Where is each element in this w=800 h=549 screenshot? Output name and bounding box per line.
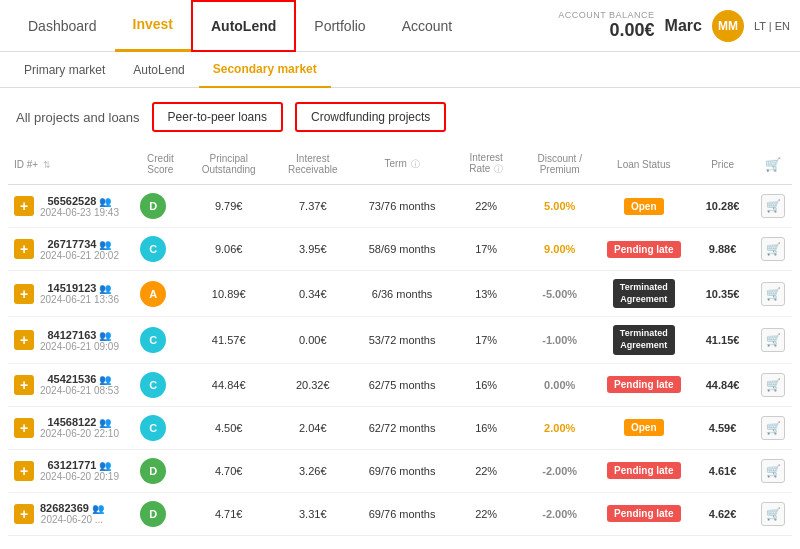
plus-button[interactable]: + xyxy=(14,284,34,304)
balance-label: ACCOUNT BALANCE xyxy=(558,10,654,20)
discount: 9.00% xyxy=(523,228,597,271)
status-badge: TerminatedAgreement xyxy=(613,325,675,354)
interest-rate: 16% xyxy=(449,363,523,406)
cart-button[interactable]: 🛒 xyxy=(761,237,785,261)
col-header-principal: PrincipalOutstanding xyxy=(187,146,271,185)
cart-button[interactable]: 🛒 xyxy=(761,373,785,397)
interest-receivable: 0.34€ xyxy=(271,271,355,317)
col-header-status: Loan Status xyxy=(596,146,691,185)
account-balance: ACCOUNT BALANCE 0.00€ xyxy=(558,10,654,41)
discount: -5.00% xyxy=(523,271,597,317)
loan-id: 82682369 👥 xyxy=(40,502,104,514)
nav-item-account[interactable]: Account xyxy=(384,0,471,52)
principal: 9.06€ xyxy=(187,228,271,271)
credit-badge: C xyxy=(140,372,166,398)
table-row: + 84127163 👥 2024-06-21 09:09 C 41.57€ 0… xyxy=(8,317,792,363)
status-badge: Open xyxy=(624,198,664,215)
loan-id: 84127163 👥 xyxy=(40,329,119,341)
credit-badge: C xyxy=(140,236,166,262)
info-icon-term: ⓘ xyxy=(411,159,420,169)
filter-row: All projects and loans Peer-to-peer loan… xyxy=(0,88,800,146)
status-badge: Pending late xyxy=(607,376,680,393)
cart-button[interactable]: 🛒 xyxy=(761,328,785,352)
loan-id: 56562528 👥 xyxy=(40,195,119,207)
plus-button[interactable]: + xyxy=(14,375,34,395)
plus-button[interactable]: + xyxy=(14,196,34,216)
info-icon-rate: ⓘ xyxy=(494,164,503,174)
filter-label: All projects and loans xyxy=(16,110,140,125)
table-row: + 14519123 👥 2024-06-21 13:36 A 10.89€ 0… xyxy=(8,271,792,317)
col-header-term: Term ⓘ xyxy=(355,146,450,185)
loan-date: 2024-06-20 22:10 xyxy=(40,428,119,439)
credit-badge: A xyxy=(140,281,166,307)
plus-button[interactable]: + xyxy=(14,504,34,524)
interest-rate: 22% xyxy=(449,449,523,492)
nav-item-invest[interactable]: Invest xyxy=(115,0,191,52)
nav-item-autolend[interactable]: AutoLend xyxy=(191,0,296,52)
loan-id: 14519123 👥 xyxy=(40,282,119,294)
table-row: + 26717734 👥 2024-06-21 20:02 C 9.06€ 3.… xyxy=(8,228,792,271)
plus-button[interactable]: + xyxy=(14,239,34,259)
credit-badge: D xyxy=(140,501,166,527)
table-row: + 45421536 👥 2024-06-21 08:53 C 44.84€ 2… xyxy=(8,363,792,406)
avatar: MM xyxy=(712,10,744,42)
loan-id: 45421536 👥 xyxy=(40,373,119,385)
cart-button[interactable]: 🛒 xyxy=(761,416,785,440)
sort-icon: ⇅ xyxy=(43,160,51,170)
discount: 5.00% xyxy=(523,185,597,228)
cart-button[interactable]: 🛒 xyxy=(761,459,785,483)
status-badge: TerminatedAgreement xyxy=(613,279,675,308)
plus-button[interactable]: + xyxy=(14,330,34,350)
col-header-rate: InterestRate ⓘ xyxy=(449,146,523,185)
sec-nav-autolend[interactable]: AutoLend xyxy=(119,52,198,88)
status-badge: Pending late xyxy=(607,241,680,258)
col-header-id: ID #+ ⇅ xyxy=(8,146,134,185)
interest-receivable: 3.95€ xyxy=(271,228,355,271)
table-row: + 56562528 👥 2024-06-23 19:43 D 9.79€ 7.… xyxy=(8,185,792,228)
plus-button[interactable]: + xyxy=(14,418,34,438)
interest-rate: 17% xyxy=(449,317,523,363)
cart-button[interactable]: 🛒 xyxy=(761,282,785,306)
col-header-discount: Discount /Premium xyxy=(523,146,597,185)
nav-item-dashboard[interactable]: Dashboard xyxy=(10,0,115,52)
interest-rate: 13% xyxy=(449,271,523,317)
main-nav: Dashboard Invest AutoLend Portfolio Acco… xyxy=(0,0,800,52)
loan-date: 2024-06-20 ... xyxy=(40,514,104,525)
interest-rate: 17% xyxy=(449,228,523,271)
interest-receivable: 2.04€ xyxy=(271,406,355,449)
price: 10.35€ xyxy=(691,271,754,317)
discount: -2.00% xyxy=(523,449,597,492)
discount: 2.00% xyxy=(523,406,597,449)
principal: 9.79€ xyxy=(187,185,271,228)
status-badge: Open xyxy=(624,419,664,436)
col-header-cart: 🛒 xyxy=(754,146,792,185)
peer-to-peer-filter[interactable]: Peer-to-peer loans xyxy=(152,102,283,132)
col-header-price: Price xyxy=(691,146,754,185)
interest-receivable: 3.26€ xyxy=(271,449,355,492)
loan-date: 2024-06-20 20:19 xyxy=(40,471,119,482)
interest-receivable: 7.37€ xyxy=(271,185,355,228)
nav-item-portfolio[interactable]: Portfolio xyxy=(296,0,383,52)
sec-nav-secondary[interactable]: Secondary market xyxy=(199,52,331,88)
term: 62/75 months xyxy=(355,363,450,406)
price: 10.28€ xyxy=(691,185,754,228)
cart-button[interactable]: 🛒 xyxy=(761,502,785,526)
cart-header-icon: 🛒 xyxy=(765,157,781,172)
discount: 0.00% xyxy=(523,363,597,406)
loan-date: 2024-06-21 09:09 xyxy=(40,341,119,352)
col-header-credit: CreditScore xyxy=(134,146,187,185)
loan-date: 2024-06-21 20:02 xyxy=(40,250,119,261)
principal: 4.50€ xyxy=(187,406,271,449)
credit-badge: D xyxy=(140,458,166,484)
credit-badge: C xyxy=(140,327,166,353)
principal: 10.89€ xyxy=(187,271,271,317)
sec-nav-primary[interactable]: Primary market xyxy=(10,52,119,88)
term: 53/72 months xyxy=(355,317,450,363)
plus-button[interactable]: + xyxy=(14,461,34,481)
lang-switch[interactable]: LT | EN xyxy=(754,20,790,32)
crowdfunding-filter[interactable]: Crowdfunding projects xyxy=(295,102,446,132)
cart-button[interactable]: 🛒 xyxy=(761,194,785,218)
price: 44.84€ xyxy=(691,363,754,406)
term: 73/76 months xyxy=(355,185,450,228)
price: 4.62€ xyxy=(691,492,754,535)
